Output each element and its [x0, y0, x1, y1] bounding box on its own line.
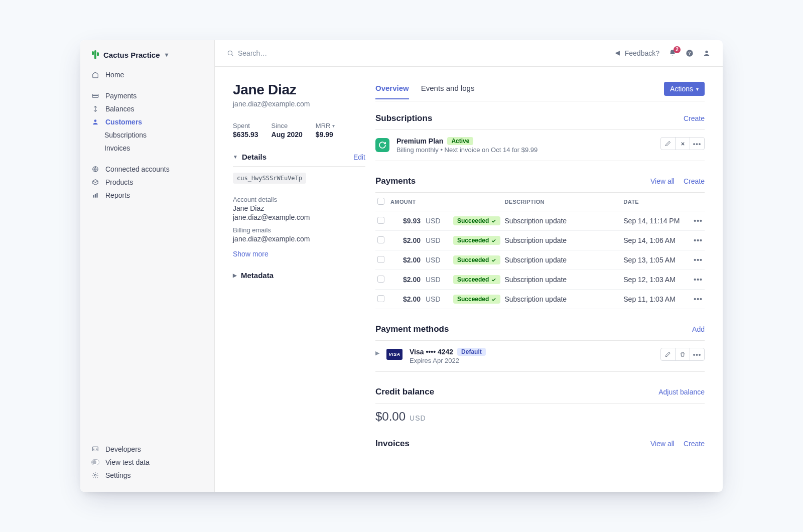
- sidebar-item-products[interactable]: Products: [80, 176, 214, 189]
- sidebar-label: Subscriptions: [104, 131, 147, 139]
- feedback-link[interactable]: Feedback?: [615, 49, 659, 57]
- balances-icon: [91, 105, 99, 112]
- metadata-title: Metadata: [241, 271, 274, 280]
- subscriptions-create-link[interactable]: Create: [684, 114, 705, 122]
- payment-row[interactable]: $9.93USDSucceeded Subscription updateSep…: [375, 211, 705, 231]
- search-input[interactable]: [238, 49, 388, 57]
- metric-mrr: MRR ▾ $9.99: [316, 122, 335, 139]
- default-pill: Default: [457, 348, 486, 356]
- sidebar-label: Developers: [105, 445, 141, 453]
- credit-balance-amount: $0.00 USD: [375, 410, 705, 424]
- sidebar-item-connected-accounts[interactable]: Connected accounts: [80, 163, 214, 176]
- payment-row[interactable]: $2.00USDSucceeded Subscription updateSep…: [375, 231, 705, 250]
- payment-row[interactable]: $2.00USDSucceeded Subscription updateSep…: [375, 250, 705, 270]
- billing-emails-value: jane.diaz@example.com: [233, 235, 365, 243]
- customer-header: Jane Diaz jane.diaz@example.com Spent $6…: [215, 67, 365, 492]
- actions-label: Actions: [670, 85, 693, 93]
- customer-email: jane.diaz@example.com: [233, 100, 365, 108]
- invoices-view-all-link[interactable]: View all: [650, 440, 675, 448]
- payment-more-button[interactable]: •••: [694, 236, 703, 244]
- account-button[interactable]: [703, 49, 711, 57]
- edit-payment-method-button[interactable]: [660, 348, 676, 361]
- payment-row[interactable]: $2.00USDSucceeded Subscription updateSep…: [375, 290, 705, 309]
- tab-overview[interactable]: Overview: [375, 84, 409, 99]
- sidebar-item-customers[interactable]: Customers: [80, 115, 214, 128]
- sidebar-item-reports[interactable]: Reports: [80, 189, 214, 202]
- payment-status-chip: Succeeded: [453, 275, 500, 284]
- invoices-create-link[interactable]: Create: [684, 440, 705, 448]
- delete-payment-method-button[interactable]: [675, 348, 690, 361]
- payment-methods-add-link[interactable]: Add: [692, 325, 705, 333]
- payment-description: Subscription update: [502, 231, 621, 250]
- show-more-link[interactable]: Show more: [233, 250, 365, 258]
- caret-right-icon[interactable]: ▶: [233, 273, 237, 278]
- subscription-name: Premium Plan: [396, 137, 443, 145]
- sidebar-item-invoices[interactable]: Invoices: [80, 142, 214, 155]
- customer-id-chip[interactable]: cus_HwySSSrWEuVeTp: [233, 173, 306, 184]
- payment-date: Sep 13, 1:05 AM: [621, 250, 692, 270]
- payment-row[interactable]: $2.00USDSucceeded Subscription updateSep…: [375, 270, 705, 290]
- row-checkbox[interactable]: [377, 295, 384, 302]
- metric-value: $635.93: [233, 130, 258, 139]
- sidebar-item-balances[interactable]: Balances: [80, 102, 214, 115]
- balance-currency: USD: [410, 414, 426, 422]
- edit-subscription-button[interactable]: [660, 137, 676, 150]
- caret-down-icon[interactable]: ▼: [233, 154, 238, 160]
- tab-events-and-logs[interactable]: Events and logs: [421, 84, 475, 99]
- payments-create-link[interactable]: Create: [684, 177, 705, 185]
- payment-amount: $2.00: [388, 231, 424, 250]
- row-checkbox[interactable]: [377, 236, 384, 243]
- subscription-status-pill: Active: [447, 137, 473, 145]
- payment-method-more-button[interactable]: •••: [690, 348, 705, 361]
- sidebar-item-home[interactable]: Home: [80, 68, 214, 81]
- sidebar-item-settings[interactable]: Settings: [80, 469, 214, 482]
- payment-more-button[interactable]: •••: [694, 217, 703, 225]
- edit-details-link[interactable]: Edit: [353, 153, 365, 161]
- svg-point-9: [228, 51, 232, 55]
- payment-description: Subscription update: [502, 250, 621, 270]
- org-switcher[interactable]: Cactus Practice ▾: [80, 48, 214, 66]
- metadata-section-header: ▶ Metadata: [233, 271, 365, 285]
- payment-more-button[interactable]: •••: [694, 295, 703, 303]
- caret-right-icon[interactable]: ▶: [375, 350, 379, 356]
- payment-description: Subscription update: [502, 211, 621, 231]
- payment-amount: $2.00: [388, 250, 424, 270]
- payment-more-button[interactable]: •••: [694, 256, 703, 264]
- help-button[interactable]: ?: [686, 49, 694, 57]
- actions-button[interactable]: Actions ▾: [664, 82, 705, 96]
- payment-method-actions: •••: [660, 348, 705, 361]
- payments-view-all-link[interactable]: View all: [650, 177, 675, 185]
- payment-status-chip: Succeeded: [453, 255, 500, 264]
- gear-icon: [91, 472, 99, 479]
- cancel-subscription-button[interactable]: [675, 137, 690, 150]
- subscription-row[interactable]: Premium Plan Active Billing monthly • Ne…: [375, 129, 705, 161]
- payments-table: AMOUNT DESCRIPTION DATE $9.93USDSucceede…: [375, 192, 705, 309]
- invoices-title: Invoices: [375, 439, 410, 449]
- payment-more-button[interactable]: •••: [694, 276, 703, 284]
- search[interactable]: [227, 49, 607, 57]
- chevron-down-icon[interactable]: ▾: [332, 123, 335, 128]
- sidebar-item-subscriptions[interactable]: Subscriptions: [80, 128, 214, 142]
- payment-currency: USD: [424, 270, 451, 290]
- notification-badge: 2: [674, 46, 681, 53]
- row-checkbox[interactable]: [377, 256, 384, 263]
- payments-icon: [91, 92, 99, 99]
- row-checkbox[interactable]: [377, 217, 384, 224]
- svg-point-8: [94, 474, 96, 476]
- payment-amount: $2.00: [388, 290, 424, 309]
- adjust-balance-link[interactable]: Adjust balance: [658, 388, 705, 396]
- notifications-button[interactable]: 2: [668, 49, 677, 57]
- subscriptions-title: Subscriptions: [375, 113, 432, 123]
- row-checkbox[interactable]: [377, 276, 384, 283]
- svg-rect-1: [92, 95, 98, 96]
- app-window: Cactus Practice ▾ Home Payments: [80, 40, 723, 492]
- subscription-more-button[interactable]: •••: [690, 137, 705, 150]
- payment-method-row[interactable]: ▶ VISA Visa •••• 4242 Default Expires Ap…: [375, 340, 705, 372]
- sidebar-item-developers[interactable]: Developers: [80, 443, 214, 456]
- content: Jane Diaz jane.diaz@example.com Spent $6…: [215, 66, 723, 492]
- sidebar-item-view-test-data[interactable]: View test data: [80, 456, 214, 469]
- select-all-checkbox[interactable]: [377, 198, 384, 205]
- sidebar-item-payments[interactable]: Payments: [80, 89, 214, 102]
- globe-icon: [91, 166, 99, 173]
- account-details-label: Account details: [233, 196, 365, 203]
